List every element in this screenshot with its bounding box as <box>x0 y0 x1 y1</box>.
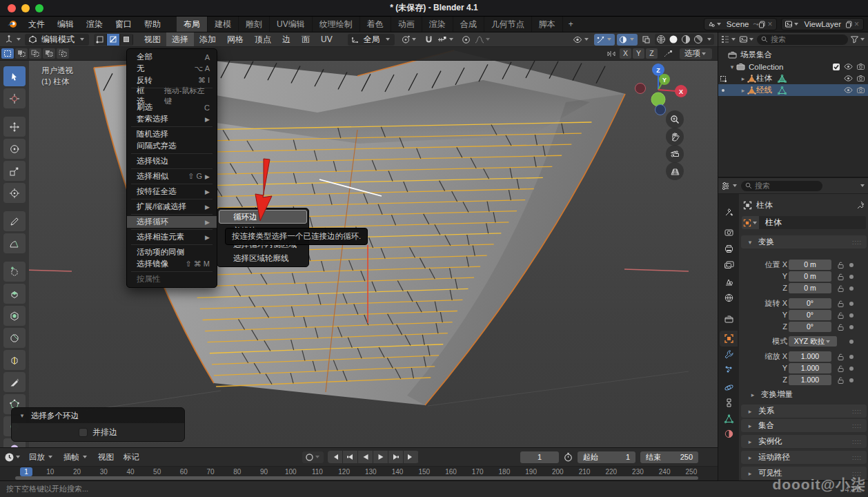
workspace-tab-8[interactable]: 合成 <box>453 17 484 32</box>
properties-editor-type-button[interactable] <box>721 182 738 191</box>
transform-tool[interactable] <box>3 183 26 203</box>
camera-render-icon[interactable] <box>856 63 865 70</box>
jump-to-start-button[interactable] <box>328 451 343 463</box>
falloff-dropdown[interactable] <box>473 34 493 46</box>
viewport-menu-1[interactable]: 选择 <box>166 32 194 46</box>
edge-select-mode-button[interactable] <box>107 34 120 46</box>
cursor-3d-tool[interactable] <box>3 88 26 108</box>
stopwatch-icon[interactable] <box>564 452 573 462</box>
annotate-tool[interactable] <box>3 211 26 231</box>
workspace-tab-2[interactable]: 雕刻 <box>239 17 270 32</box>
frame-start-field[interactable]: 起始1 <box>578 451 635 463</box>
viewport-menu-3[interactable]: 网格 <box>221 32 249 46</box>
rotate-tool[interactable] <box>3 139 26 159</box>
copy-icon[interactable] <box>845 21 853 28</box>
filter-funnel-icon[interactable] <box>850 35 866 43</box>
scene-selector[interactable]: Scene ⤳ × <box>704 18 778 30</box>
camera-render-icon[interactable] <box>856 75 865 82</box>
workspace-tab-5[interactable]: 着色 <box>360 17 391 32</box>
bevel-tool[interactable] <box>3 328 26 348</box>
measure-tool[interactable] <box>3 233 26 253</box>
menu-item[interactable]: 选择循环 ▶ <box>127 216 217 228</box>
select-subtract-icon[interactable] <box>29 48 41 59</box>
shading-wireframe-button[interactable] <box>656 35 666 44</box>
timeline-menu-3[interactable]: 标记 <box>119 452 144 462</box>
outliner-row-1[interactable]: ▸ 柱体 <box>718 72 868 84</box>
outliner-row-0[interactable]: ▾ Collection <box>718 61 868 72</box>
viewport-menu-2[interactable]: 添加 <box>194 32 221 46</box>
axis-gizmo[interactable]: Z Y X <box>628 59 690 119</box>
eye-icon[interactable] <box>844 63 853 70</box>
menu-item[interactable]: 选择镜像 ⇧ ⌘ M <box>127 258 217 270</box>
mirror-z-button[interactable]: Z <box>646 48 658 59</box>
viewport-menu-0[interactable]: 视图 <box>139 32 166 46</box>
frame-end-field[interactable]: 结束250 <box>640 451 698 463</box>
snap-options-icon[interactable] <box>663 50 673 58</box>
workspace-tab-7[interactable]: 渲染 <box>422 17 453 32</box>
lock-open-icon[interactable] <box>837 323 845 331</box>
menu-item[interactable]: 无 ⌥ A <box>127 63 217 75</box>
visibility-dropdown[interactable] <box>571 34 592 46</box>
edge-rings-checkbox[interactable] <box>79 428 88 437</box>
expand-icon[interactable]: ▸ <box>739 75 747 82</box>
lock-open-icon[interactable] <box>837 300 845 308</box>
menu-item[interactable]: 套索选择 ▶ <box>127 113 217 125</box>
xray-toggle[interactable] <box>640 34 653 46</box>
tab-particles[interactable] <box>720 362 738 378</box>
animate-dot[interactable] <box>849 340 854 344</box>
mesh-object-vase[interactable] <box>0 47 689 447</box>
tab-modifiers[interactable] <box>720 347 738 362</box>
outliner-display-mode-button[interactable] <box>720 35 737 43</box>
object-name-field[interactable]: 柱体 <box>742 216 866 229</box>
topbar-menu-3[interactable]: 窗口 <box>109 17 138 32</box>
menu-item[interactable]: 选择相连元素 ▶ <box>127 231 217 243</box>
extrude-region-tool[interactable] <box>3 284 26 304</box>
current-frame-field[interactable]: 1 <box>520 451 559 463</box>
lock-open-icon[interactable] <box>837 364 845 373</box>
menu-item[interactable]: 间隔式弃选 <box>127 140 217 152</box>
panel-collapsed-0[interactable]: ▸ 关系:::: <box>741 405 867 418</box>
tab-output[interactable] <box>720 241 738 257</box>
properties-search-input[interactable]: 搜索 <box>741 181 822 191</box>
workspace-tab-1[interactable]: 建模 <box>208 17 239 32</box>
transform-orientation-dropdown[interactable]: 全局 <box>348 34 395 46</box>
workspace-tab-6[interactable]: 动画 <box>391 17 422 32</box>
move-tool[interactable] <box>3 117 26 137</box>
timeline-editor-type-button[interactable] <box>4 452 21 462</box>
play-button[interactable] <box>373 451 388 463</box>
remove-icon[interactable]: × <box>853 19 860 29</box>
tab-render[interactable] <box>720 224 738 240</box>
timeline-menu-2[interactable]: 视图 <box>93 452 119 462</box>
lock-open-icon[interactable] <box>837 284 845 293</box>
workspace-tab-0[interactable]: 布局 <box>177 17 208 32</box>
knife-tool[interactable] <box>3 372 26 392</box>
timeline-menu-1[interactable]: 插帧 <box>59 452 93 462</box>
copy-icon[interactable] <box>758 21 766 28</box>
options-dropdown[interactable]: 选项 <box>680 48 712 59</box>
outliner-filter-mode-button[interactable] <box>739 35 755 43</box>
inset-faces-tool[interactable] <box>3 306 26 326</box>
tab-object[interactable] <box>720 331 738 347</box>
viewport-3d[interactable]: X Y Z 选项 用户透视 <box>0 47 718 447</box>
editor-type-button[interactable] <box>3 35 15 44</box>
panel-collapsed-1[interactable]: ▸ 集合:::: <box>741 419 867 432</box>
animate-dot[interactable] <box>849 325 854 329</box>
workspace-tab-10[interactable]: 脚本 <box>532 17 563 32</box>
viewport-menu-4[interactable]: 顶点 <box>249 32 277 46</box>
add-cube-tool[interactable] <box>3 262 26 282</box>
menu-item[interactable]: 按特征全选 ▶ <box>127 186 217 197</box>
outliner-row-scene-collection[interactable]: 场景集合 <box>718 49 868 61</box>
orthographic-toggle-icon[interactable] <box>666 162 684 180</box>
animate-dot[interactable] <box>849 378 854 382</box>
snap-target-dropdown[interactable] <box>435 34 457 46</box>
face-select-mode-button[interactable] <box>120 34 133 46</box>
rotation-mode-dropdown[interactable]: XYZ 欧拉 <box>789 336 837 347</box>
animate-dot[interactable] <box>849 367 854 371</box>
auto-keying-button[interactable] <box>302 451 324 463</box>
animate-dot[interactable] <box>849 302 854 306</box>
tab-collection[interactable] <box>720 311 738 327</box>
menu-item[interactable]: 选择相似 ⇧ G ▶ <box>127 170 217 182</box>
unlink-icon[interactable]: × <box>766 19 773 29</box>
scale-z-field[interactable]: 1.000 <box>789 375 831 385</box>
outliner-row-2[interactable]: ▸ 经线 <box>718 84 868 96</box>
